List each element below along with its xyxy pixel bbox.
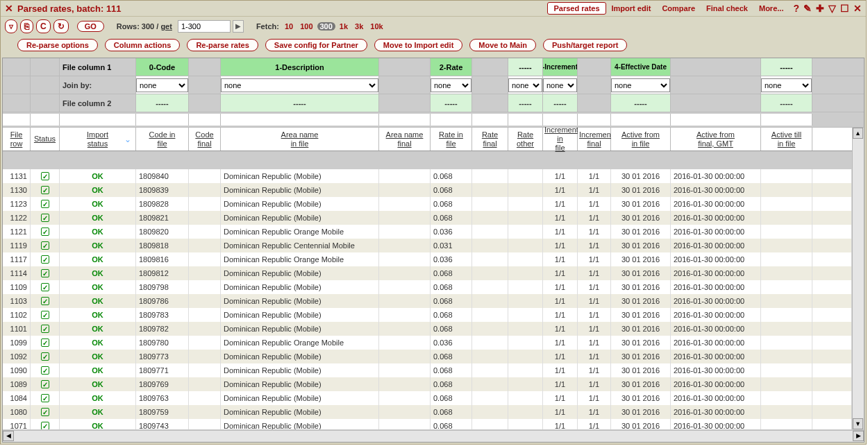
tab-compare[interactable]: Compare (656, 3, 701, 14)
colmap-4-effective-date[interactable]: 4-Effective Date (611, 58, 671, 76)
col2-increments[interactable]: ----- (543, 94, 578, 112)
refresh-ccw-icon[interactable]: C (36, 19, 51, 33)
join-select-increments[interactable]: none (543, 78, 577, 92)
range-input[interactable] (178, 20, 231, 33)
refresh-cw-icon[interactable]: ↻ (53, 19, 69, 33)
filter-area-name-final[interactable] (379, 114, 431, 126)
chevron-down-icon[interactable]: ▽ (828, 3, 836, 14)
vertical-scrollbar[interactable]: ▲ ▼ (852, 128, 864, 429)
colmap-3-increments[interactable]: 3-Increments (543, 58, 578, 76)
tab-final-check[interactable]: Final check (701, 3, 753, 14)
table-row[interactable]: 1109✓OK1809798Dominican Republic (Mobile… (3, 280, 851, 294)
join-select-active-till[interactable]: none (761, 78, 812, 92)
filter-rate-other[interactable] (508, 114, 543, 126)
col-header-active-from-final-gmt[interactable]: Active fromfinal, GMT (671, 128, 761, 151)
col-header-area-name-final[interactable]: Area namefinal (379, 128, 431, 151)
close-icon[interactable]: ✕ (5, 3, 13, 14)
col-header-rate-final[interactable]: Ratefinal (472, 128, 508, 151)
move-to-main-button[interactable]: Move to Main (469, 39, 536, 51)
table-row[interactable]: 1071✓OK1809743Dominican Republic (Mobile… (3, 419, 851, 429)
horizontal-scrollbar[interactable]: ◀ ▶ (3, 430, 864, 442)
colmap-1-description[interactable]: 1-Description (221, 58, 379, 76)
table-row[interactable]: 1092✓OK1809773Dominican Republic (Mobile… (3, 350, 851, 363)
col-header-code-final[interactable]: Codefinal (189, 128, 221, 151)
colmap-2-rate[interactable]: 2-Rate (431, 58, 472, 76)
col-header-rate-in-file[interactable]: Rate infile (431, 128, 472, 151)
col2-rate-other[interactable]: ----- (508, 94, 543, 112)
table-row[interactable]: 1089✓OK1809769Dominican Republic (Mobile… (3, 377, 851, 391)
window-close-icon[interactable]: ✕ (853, 3, 862, 14)
copy-icon[interactable]: ⎘ (20, 19, 33, 33)
scroll-up-icon[interactable]: ▲ (853, 128, 863, 139)
join-select-code[interactable]: none (136, 78, 188, 92)
filter-file-row[interactable] (3, 114, 31, 126)
join-select-rate[interactable]: none (431, 78, 471, 92)
scroll-down-icon[interactable]: ▼ (853, 418, 863, 429)
col-header-import-status[interactable]: Importstatus (60, 128, 136, 151)
col-header-code-in-file[interactable]: Code infile (136, 128, 189, 151)
help-icon[interactable]: ? (793, 3, 799, 14)
col-header-increments-in-file[interactable]: Increments infile (543, 128, 578, 151)
join-select-description[interactable]: none (221, 78, 378, 92)
col-header-rate-other[interactable]: Rateother (508, 128, 543, 151)
col-header-file-row[interactable]: Filerow (3, 128, 31, 151)
edit-icon[interactable]: ✎ (803, 3, 812, 14)
col-header-increments-final[interactable]: Incrementsfinal (578, 128, 611, 151)
move-to-import-edit-button[interactable]: Move to Import edit (374, 39, 462, 51)
save-config-for-partner-button[interactable]: Save config for Partner (265, 39, 367, 51)
table-row[interactable]: 1101✓OK1809782Dominican Republic (Mobile… (3, 322, 851, 336)
table-row[interactable]: 1102✓OK1809783Dominican Republic (Mobile… (3, 308, 851, 322)
filter-code-final[interactable] (189, 114, 221, 126)
table-row[interactable]: 1084✓OK1809763Dominican Republic (Mobile… (3, 391, 851, 405)
col2-rate[interactable]: ----- (431, 94, 472, 112)
filter-area-name[interactable] (221, 114, 379, 126)
filter-increments-in-file[interactable] (543, 114, 578, 126)
fetch-300[interactable]: 300 (317, 22, 335, 31)
re-parse-options-button[interactable]: Re-parse options (17, 39, 98, 51)
filter-active-from-in-file[interactable] (611, 114, 671, 126)
col2-description[interactable]: ----- (221, 94, 379, 112)
scroll-left-icon[interactable]: ◀ (3, 431, 14, 441)
col-header-area-name-in-file[interactable]: Area namein file (221, 128, 379, 151)
column-actions-button[interactable]: Column actions (105, 39, 181, 51)
get-link[interactable]: get (160, 22, 172, 31)
filter-active-till-in-file[interactable] (761, 114, 812, 126)
table-row[interactable]: 1122✓OK1809821Dominican Republic (Mobile… (3, 211, 851, 225)
table-row[interactable]: 1103✓OK1809786Dominican Republic (Mobile… (3, 294, 851, 308)
filter-active-from-final[interactable] (671, 114, 761, 126)
filter-status[interactable] (31, 114, 60, 126)
tab-parsed-rates[interactable]: Parsed rates (547, 2, 606, 15)
plus-icon[interactable]: ✚ (816, 3, 824, 14)
table-row[interactable]: 1117✓OK1809816Dominican Republic Orange … (3, 252, 851, 266)
fetch-3k[interactable]: 3k (352, 22, 366, 31)
table-row[interactable]: 1121✓OK1809820Dominican Republic Orange … (3, 225, 851, 239)
re-parse-rates-button[interactable]: Re-parse rates (187, 39, 258, 51)
filter-rate-in-file[interactable] (431, 114, 472, 126)
go-button[interactable]: GO (77, 21, 104, 32)
play-icon[interactable]: ▶ (233, 20, 244, 33)
table-row[interactable]: 1080✓OK1809759Dominican Republic (Mobile… (3, 405, 851, 419)
fetch-100[interactable]: 100 (297, 22, 315, 31)
tab-import-edit[interactable]: Import edit (606, 3, 657, 14)
colmap-rate-other[interactable]: ----- (508, 58, 543, 76)
table-row[interactable]: 1114✓OK1809812Dominican Republic (Mobile… (3, 266, 851, 280)
col-header-status[interactable]: Status (31, 128, 60, 151)
colmap-active-till[interactable]: ----- (761, 58, 812, 76)
table-row[interactable]: 1123✓OK1809828Dominican Republic (Mobile… (3, 197, 851, 211)
filter-import-status[interactable] (60, 114, 136, 126)
fetch-10[interactable]: 10 (282, 22, 296, 31)
fetch-1k[interactable]: 1k (337, 22, 351, 31)
table-row[interactable]: 1131✓OK1809840Dominican Republic (Mobile… (3, 169, 851, 183)
table-row[interactable]: 1090✓OK1809771Dominican Republic (Mobile… (3, 363, 851, 377)
col2-active-till[interactable]: ----- (761, 94, 812, 112)
join-select-effective-date[interactable]: none (611, 78, 670, 92)
filter-icon[interactable]: ▿ (5, 19, 17, 33)
push-target-report-button[interactable]: Push/target report (543, 39, 627, 51)
table-row[interactable]: 1119✓OK1809818Dominican Republic Centenn… (3, 239, 851, 252)
filter-increments-final[interactable] (578, 114, 611, 126)
table-row[interactable]: 1099✓OK1809780Dominican Republic Orange … (3, 336, 851, 350)
filter-code-in-file[interactable] (136, 114, 189, 126)
table-row[interactable]: 1130✓OK1809839Dominican Republic (Mobile… (3, 183, 851, 197)
col-header-active-from-in-file[interactable]: Active fromin file (611, 128, 671, 151)
col-header-active-till-in-file[interactable]: Active tillin file (761, 128, 812, 151)
